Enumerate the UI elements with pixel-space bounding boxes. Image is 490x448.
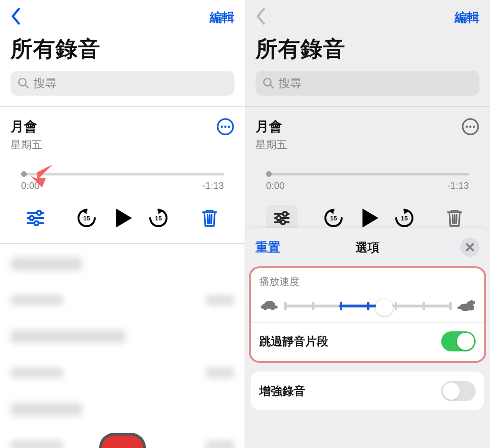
edit-button[interactable]: 編輯 [210,9,234,26]
svg-point-39 [277,216,281,220]
rewind-15-button[interactable]: 15 [72,204,101,232]
delete-button[interactable] [195,204,224,232]
forward-15-icon: 15 [394,208,415,229]
back-button[interactable] [256,8,271,27]
svg-point-34 [469,126,472,128]
forward-15-icon: 15 [148,208,169,229]
svg-line-46 [456,215,457,223]
record-button[interactable] [99,433,146,448]
search-placeholder: 搜尋 [33,76,56,91]
search-placeholder: 搜尋 [278,76,301,91]
reset-button[interactable]: 重置 [256,239,280,256]
pane-right: 編輯 所有錄音 搜尋 月會 星期五 0:00 -1:13 [245,0,490,448]
divider [0,106,245,107]
svg-text:15: 15 [330,215,337,222]
play-button[interactable] [108,204,137,232]
pane-left: 編輯 所有錄音 搜尋 月會 星期五 0:00 -1:13 [0,0,245,448]
options-button[interactable] [266,205,298,231]
search-icon [262,77,275,89]
recording-subtitle: 星期五 [11,138,234,152]
svg-point-37 [283,212,287,216]
svg-point-7 [37,211,41,215]
svg-line-1 [25,85,28,88]
speed-slider[interactable] [284,298,451,313]
svg-line-31 [270,85,273,88]
recording-subtitle: 星期五 [256,138,479,152]
svg-text:15: 15 [155,215,161,222]
play-icon [110,206,135,230]
sheet-title: 選項 [245,240,490,255]
svg-point-4 [224,126,227,128]
recording-title: 月會 [256,118,282,136]
svg-line-44 [453,215,453,223]
forward-15-button[interactable]: 15 [144,204,173,232]
recording-list-blurred [0,244,245,448]
sliders-icon [271,208,292,229]
time-remaining: -1:13 [447,180,469,191]
speed-label: 播放速度 [259,275,476,288]
play-icon [356,206,381,230]
sliders-icon [25,208,46,229]
skip-silence-label: 跳過靜音片段 [259,334,328,349]
page-title: 所有錄音 [0,34,245,71]
edit-button[interactable]: 編輯 [455,9,479,26]
divider [245,106,490,107]
rewind-15-icon: 15 [323,208,344,229]
search-input[interactable]: 搜尋 [256,71,479,96]
rewind-15-icon: 15 [76,208,97,229]
svg-point-11 [34,221,39,226]
recording-item[interactable]: 月會 星期五 0:00 -1:13 [245,115,490,243]
svg-point-9 [30,216,34,220]
nav-bar: 編輯 [245,0,490,34]
svg-text:15: 15 [401,215,407,222]
nav-bar: 編輯 [0,0,245,34]
svg-line-16 [211,215,212,223]
svg-point-35 [473,126,475,128]
svg-point-41 [281,220,285,224]
rabbit-icon [457,298,476,313]
search-input[interactable]: 搜尋 [11,71,234,96]
enhance-label: 增強錄音 [259,383,305,399]
timeline-knob[interactable] [21,171,27,177]
time-remaining: -1:13 [202,180,224,191]
svg-point-33 [466,126,468,128]
playback-timeline[interactable] [266,173,469,175]
recording-title: 月會 [11,118,37,136]
close-icon [465,242,475,252]
more-button[interactable] [216,118,234,136]
options-button[interactable] [21,204,50,232]
enhance-group: 增強錄音 [251,372,484,410]
svg-line-14 [208,215,208,223]
trash-icon [199,208,220,229]
search-icon [17,77,30,89]
timeline-knob[interactable] [266,171,272,177]
enhance-toggle[interactable] [441,381,476,401]
trash-icon [444,208,465,229]
options-sheet: 重置 選項 播放速度 [245,228,490,448]
time-elapsed: 0:00 [266,180,285,191]
close-button[interactable] [460,238,479,257]
svg-text:15: 15 [83,215,90,222]
page-title: 所有錄音 [245,34,490,71]
back-button[interactable] [11,8,26,27]
svg-point-3 [221,126,223,128]
playback-group: 播放速度 [251,268,484,361]
turtle-icon [259,298,278,313]
svg-point-5 [228,126,230,128]
slider-thumb[interactable] [376,299,393,316]
more-button[interactable] [461,118,479,136]
annotation-arrow [28,161,56,189]
skip-silence-toggle[interactable] [441,331,476,351]
